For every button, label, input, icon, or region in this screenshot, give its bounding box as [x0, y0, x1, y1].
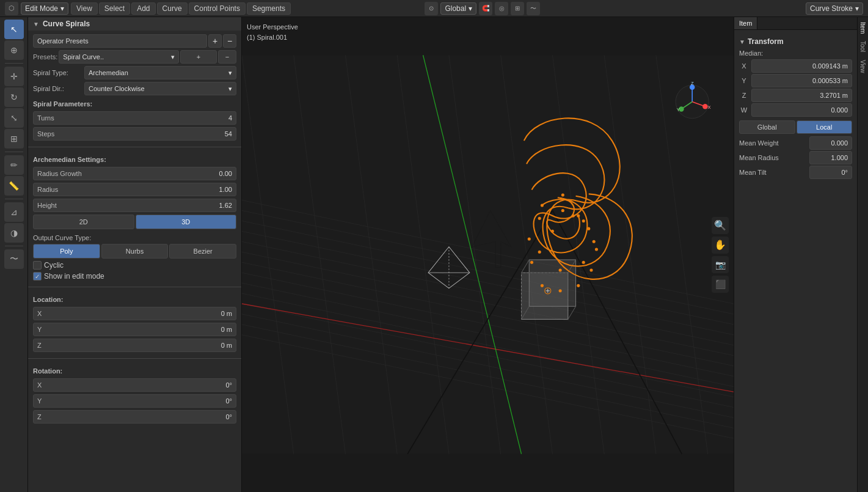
- height-field[interactable]: Height 1.62: [33, 199, 236, 212]
- nurbs-btn[interactable]: Nurbs: [101, 244, 169, 259]
- tool-icon-1[interactable]: ⊞: [511, 2, 524, 15]
- zoom-in-icon[interactable]: 🔍: [712, 217, 729, 234]
- loc-z-field[interactable]: Z 0 m: [33, 339, 236, 352]
- operator-presets-section: Operator Presets + − Presets: Spiral Cur…: [28, 31, 241, 144]
- tab-item[interactable]: Item: [734, 17, 757, 29]
- preset-remove-btn[interactable]: −: [218, 50, 236, 64]
- z-coord-value[interactable]: 3.2701 m: [751, 89, 852, 102]
- bezier-btn[interactable]: Bezier: [169, 244, 236, 259]
- radius-field[interactable]: Radius 1.00: [33, 183, 236, 196]
- transform-tool-btn[interactable]: ⊞: [4, 129, 24, 149]
- global-chevron-icon: ▾: [469, 4, 472, 13]
- turns-value: 4: [228, 114, 232, 122]
- curve-stroke-label: Curve Stroke: [810, 4, 853, 13]
- scale-tool-btn[interactable]: ⤡: [4, 108, 24, 128]
- mean-radius-value[interactable]: 1.000: [809, 151, 852, 164]
- 3d-btn[interactable]: 3D: [136, 215, 237, 229]
- svg-point-40: [541, 204, 544, 207]
- turns-label: Turns: [37, 114, 54, 122]
- y-coord-value[interactable]: 0.000533 m: [751, 74, 852, 87]
- annotate-tool-btn[interactable]: ✏: [4, 155, 24, 175]
- transform-section: ▼ Transform Median: X 0.009143 m Y: [734, 30, 857, 184]
- camera-icon[interactable]: 📷: [712, 256, 729, 273]
- svg-point-56: [589, 268, 593, 271]
- nav-segments[interactable]: Segments: [247, 2, 291, 15]
- 2d-btn[interactable]: 2D: [33, 215, 134, 229]
- spiral-dir-row: Spiral Dir.: Counter Clockwise ▾: [33, 82, 236, 95]
- poly-btn[interactable]: Poly: [33, 244, 100, 259]
- curve-stroke-icon[interactable]: 〜: [527, 2, 540, 15]
- spiral-type-label: Spiral Type:: [33, 69, 82, 76]
- render-icon[interactable]: ⬛: [712, 276, 729, 293]
- spiral-dir-select[interactable]: Counter Clockwise ▾: [84, 82, 236, 95]
- svg-point-44: [538, 251, 541, 254]
- viewport-scene: Z X Y: [242, 17, 734, 492]
- rot-y-field[interactable]: Y 0°: [33, 394, 236, 408]
- mean-weight-value[interactable]: 0.000: [809, 136, 852, 150]
- curve-draw-btn[interactable]: 〜: [4, 249, 24, 269]
- nav-curve[interactable]: Curve: [157, 2, 188, 15]
- proportional-icon[interactable]: ◎: [495, 2, 508, 15]
- operator-add-btn[interactable]: +: [208, 34, 222, 48]
- global-selector[interactable]: Global ▾: [440, 2, 476, 15]
- svg-text:X: X: [708, 105, 711, 110]
- svg-point-43: [551, 230, 554, 233]
- pivot-icon[interactable]: ⊙: [425, 2, 438, 15]
- operator-remove-btn[interactable]: −: [223, 34, 236, 48]
- cursor-tool-btn[interactable]: ⊕: [4, 40, 24, 60]
- svg-point-41: [561, 194, 564, 197]
- spiral-params-header: Spiral Parameters:: [33, 98, 236, 109]
- extrude-tool-btn[interactable]: ⊿: [4, 202, 24, 222]
- preset-add-btn[interactable]: +: [180, 50, 217, 64]
- rotate-tool-btn[interactable]: ↻: [4, 87, 24, 107]
- global-btn[interactable]: Global: [739, 120, 795, 134]
- preset-value: Spiral Curve..: [63, 53, 104, 61]
- mean-tilt-val: 0°: [841, 169, 848, 176]
- operator-presets-field[interactable]: Operator Presets: [33, 34, 207, 48]
- mean-tilt-value[interactable]: 0°: [809, 166, 852, 179]
- show-edit-label: Show in edit mode: [44, 272, 104, 281]
- preset-select[interactable]: Spiral Curve.. ▾: [59, 50, 179, 64]
- measure-tool-btn[interactable]: 📏: [4, 176, 24, 196]
- svg-point-57: [595, 248, 598, 251]
- mean-radius-label: Mean Radius: [739, 154, 809, 161]
- cyclic-checkbox[interactable]: [33, 261, 42, 270]
- w-value: 0.000: [831, 106, 848, 114]
- select-tool-btn[interactable]: ↖: [4, 20, 24, 39]
- nav-control-points[interactable]: Control Points: [189, 2, 246, 15]
- y-coord-label: Y: [739, 77, 749, 84]
- mode-selector[interactable]: Edit Mode ▾: [21, 2, 68, 15]
- radius-tool-btn[interactable]: ◑: [4, 223, 24, 243]
- mean-tilt-label: Mean Tilt: [739, 169, 809, 176]
- side-tab-view[interactable]: View: [859, 57, 866, 76]
- w-coord-value[interactable]: 0.000: [751, 103, 852, 117]
- steps-field[interactable]: Steps 54: [33, 127, 236, 141]
- rot-z-field[interactable]: Z 0°: [33, 410, 236, 424]
- curve-spirals-header[interactable]: ▼ Curve Spirals: [28, 17, 241, 31]
- viewport[interactable]: User Perspective (1) Spiral.001: [242, 17, 734, 492]
- loc-z-label: Z: [37, 342, 42, 349]
- loc-x-field[interactable]: X 0 m: [33, 307, 236, 320]
- spiral-type-select[interactable]: Archemedian ▾: [84, 66, 236, 79]
- x-coord-value[interactable]: 0.009143 m: [751, 59, 852, 73]
- rot-x-label: X: [37, 381, 42, 389]
- turns-field[interactable]: Turns 4: [33, 111, 236, 125]
- pan-icon[interactable]: ✋: [712, 237, 729, 254]
- global-label: Global: [445, 4, 466, 13]
- nav-select[interactable]: Select: [99, 2, 130, 15]
- side-tab-item[interactable]: Item: [859, 20, 866, 36]
- radius-growth-field[interactable]: Radius Growth 0.00: [33, 167, 236, 180]
- left-panel: ▼ Curve Spirals Operator Presets + − Pre…: [28, 17, 242, 492]
- median-label: Median:: [739, 48, 852, 59]
- rot-x-field[interactable]: X 0°: [33, 378, 236, 392]
- show-edit-checkbox[interactable]: ✓: [33, 272, 42, 281]
- snap-icon[interactable]: 🧲: [479, 2, 492, 15]
- move-tool-btn[interactable]: ✛: [4, 67, 24, 86]
- side-tab-tool[interactable]: Tool: [859, 39, 866, 54]
- curve-stroke-selector[interactable]: Curve Stroke ▾: [806, 2, 863, 15]
- nav-add[interactable]: Add: [131, 2, 155, 15]
- loc-y-field[interactable]: Y 0 m: [33, 323, 236, 336]
- nav-view[interactable]: View: [71, 2, 98, 15]
- rot-z-value: 0°: [225, 413, 232, 420]
- local-btn[interactable]: Local: [797, 120, 853, 134]
